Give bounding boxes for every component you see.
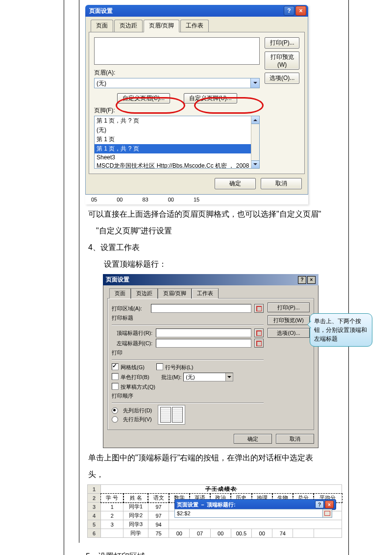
print-area-input[interactable] <box>151 304 251 313</box>
left-cols-label: 左端标题列(C): <box>112 340 153 347</box>
tab-margins[interactable]: 页边距 <box>114 20 143 32</box>
comments-label: 批注(M): <box>161 374 182 381</box>
gridlines-checkbox[interactable] <box>112 363 119 370</box>
close-button[interactable]: × <box>325 501 334 508</box>
tab-panel: 页眉(A): (无) 自定义页眉(C)... 自定义页脚(U)... 页脚(F)… <box>89 32 305 174</box>
tab-strip: 页面 页边距 页眉/页脚 工作表 <box>107 288 314 299</box>
scrollbar[interactable] <box>251 116 259 168</box>
comments-select[interactable]: (无) <box>183 373 233 381</box>
list-item[interactable]: MSCD龙帝国技术社区 Http://Bbs.Mscode.Cc 机密 ， 20… <box>95 161 251 168</box>
group-label: 打印顺序 <box>112 392 264 400</box>
cell[interactable]: 3 <box>101 520 123 529</box>
options-button[interactable]: 选项(O)... <box>268 328 310 338</box>
header-label: 页眉(A): <box>94 69 260 77</box>
blackwhite-checkbox[interactable] <box>112 373 119 380</box>
cancel-button[interactable]: 取消 <box>261 178 302 189</box>
cell[interactable]: 00 <box>252 529 272 538</box>
cell[interactable]: 97 <box>148 503 169 511</box>
row-header[interactable]: 4 <box>88 511 101 520</box>
draft-checkbox[interactable] <box>112 383 119 390</box>
footer-listbox[interactable]: 第 1 页，共 ? 页 (无) 第 1 页 第 1 页，共 ? 页 Sheet3… <box>94 116 260 169</box>
cell[interactable]: 00.5 <box>231 529 251 538</box>
list-item[interactable]: Sheet3 <box>95 153 251 161</box>
body-text: "自定义页脚"进行设置 <box>88 224 343 238</box>
cell[interactable] <box>101 529 123 538</box>
tab-page[interactable]: 页面 <box>109 288 131 299</box>
close-button[interactable]: × <box>295 6 306 16</box>
cell[interactable]: 同学1 <box>123 503 148 511</box>
range-picker-icon[interactable] <box>254 328 264 337</box>
custom-header-button[interactable]: 自定义页眉(C)... <box>117 93 171 103</box>
range-picker-icon[interactable] <box>254 304 264 313</box>
tab-page[interactable]: 页面 <box>91 20 113 32</box>
over-then-down-radio[interactable] <box>112 416 118 423</box>
collapsed-dialog-titlebar[interactable]: 页面设置 － 顶端标题行: ? × <box>174 499 336 510</box>
print-preview-button[interactable]: 打印预览(W) <box>265 51 299 70</box>
tab-sheet[interactable]: 工作表 <box>192 288 219 299</box>
row-header[interactable]: 5 <box>88 520 101 529</box>
scroll-down-icon[interactable] <box>251 160 259 168</box>
cell[interactable]: 同学 <box>123 529 148 538</box>
help-button[interactable]: ? <box>298 276 306 284</box>
row-header[interactable]: 3 <box>88 503 101 511</box>
tab-margins[interactable]: 页边距 <box>131 288 158 299</box>
range-picker-icon[interactable] <box>254 339 264 348</box>
chevron-down-icon[interactable] <box>250 78 259 88</box>
down-then-over-radio[interactable] <box>112 407 118 414</box>
cell[interactable]: 2 <box>101 511 123 520</box>
custom-footer-button[interactable]: 自定义页脚(U)... <box>184 93 237 103</box>
top-rows-input[interactable] <box>156 328 251 337</box>
scroll-up-icon[interactable] <box>251 116 259 124</box>
row-header[interactable]: 1 <box>88 485 101 494</box>
print-button[interactable]: 打印(P)... <box>268 303 310 312</box>
list-item[interactable]: 第 1 页 <box>95 135 251 144</box>
ok-button[interactable]: 确定 <box>234 434 272 444</box>
scroll-track[interactable] <box>251 124 259 160</box>
cell[interactable]: 同学3 <box>123 520 148 529</box>
cell[interactable]: 97 <box>148 511 169 520</box>
dialog-titlebar[interactable]: 页面设置 ? × <box>103 274 318 285</box>
list-item[interactable]: (无) <box>95 126 251 135</box>
body-text: 可以直接在上面选择合适的页眉页脚格式，也可以选择"自定义页眉" <box>88 207 343 221</box>
tab-header-footer[interactable]: 页眉/页脚 <box>144 20 179 32</box>
body-text: 头， <box>88 468 343 481</box>
list-item[interactable]: 第 1 页，共 ? 页 <box>95 116 251 126</box>
header-select[interactable]: (无) <box>94 78 260 88</box>
cell[interactable]: 00 <box>169 529 190 538</box>
page-setup-dialog-classic: 页面设置 ? × 页面 页边距 页眉/页脚 工作表 <box>103 274 318 448</box>
chevron-down-icon[interactable] <box>225 373 233 381</box>
options-button[interactable]: 选项(O)... <box>265 73 299 84</box>
row-header[interactable]: 2 <box>88 494 101 503</box>
body-text: 设置顶端标题行： <box>88 257 343 271</box>
rowcol-headings-checkbox[interactable] <box>156 363 163 370</box>
cell[interactable]: 同学2 <box>123 511 148 520</box>
column-header[interactable]: 学 号 <box>101 494 123 503</box>
left-cols-input[interactable] <box>156 339 251 348</box>
cell[interactable]: 07 <box>190 529 210 538</box>
dialog-titlebar[interactable]: 页面设置 ? × <box>85 5 308 17</box>
cell[interactable] <box>314 529 342 538</box>
cell[interactable] <box>293 529 314 538</box>
help-button[interactable]: ? <box>284 6 294 16</box>
collapsed-dialog-input[interactable]: $2:$2 <box>174 509 332 518</box>
header-select-value: (无) <box>95 78 250 88</box>
ok-button[interactable]: 确定 <box>215 178 256 189</box>
help-button[interactable]: ? <box>315 501 324 508</box>
row-header[interactable]: 6 <box>88 529 101 538</box>
cell[interactable]: 75 <box>148 529 169 538</box>
print-area-label: 打印区域(A): <box>112 305 148 312</box>
expand-dialog-icon[interactable] <box>322 509 332 517</box>
cell[interactable]: 00 <box>210 529 231 538</box>
tab-sheet[interactable]: 工作表 <box>180 20 209 32</box>
list-item-selected[interactable]: 第 1 页，共 ? 页 <box>95 144 251 153</box>
column-header[interactable]: 姓 名 <box>123 494 148 503</box>
close-button[interactable]: × <box>307 276 316 284</box>
body-text: 单击上图中的"顶端标题行"右端的按钮，在弹出的对话框中选定表 <box>88 451 343 465</box>
print-button[interactable]: 打印(P)... <box>265 37 299 49</box>
cancel-button[interactable]: 取消 <box>276 434 314 444</box>
cell[interactable]: 94 <box>148 520 169 529</box>
cell[interactable]: 74 <box>272 529 293 538</box>
cell[interactable]: 1 <box>101 503 123 511</box>
tab-header-footer[interactable]: 页眉/页脚 <box>158 288 192 299</box>
column-header[interactable]: 语文 <box>148 494 169 503</box>
